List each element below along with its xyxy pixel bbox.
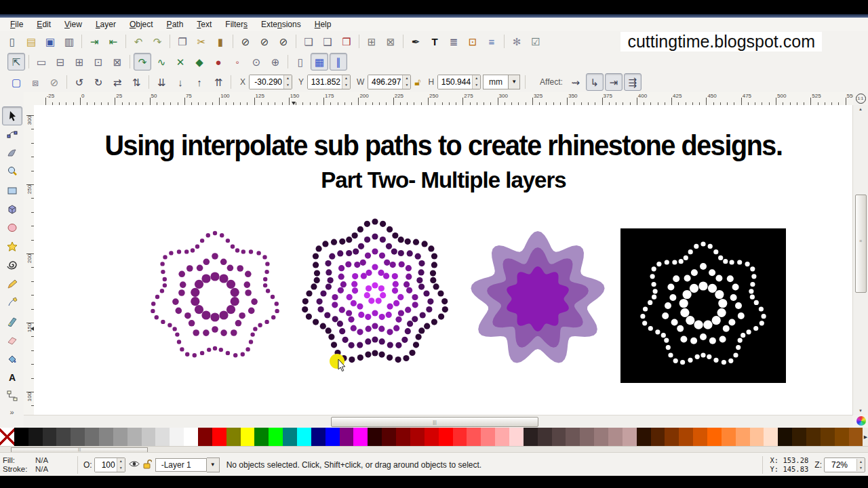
- rhinestone-dot[interactable]: [340, 281, 347, 287]
- rhinestone-dot[interactable]: [386, 243, 392, 249]
- rhinestone-dot[interactable]: [399, 261, 405, 267]
- palette-swatch[interactable]: [467, 428, 481, 446]
- rhinestone-dot[interactable]: [180, 347, 184, 351]
- rhinestone-dot[interactable]: [265, 262, 269, 266]
- rhinestone-dot[interactable]: [749, 289, 753, 293]
- rhinestone-dot[interactable]: [231, 288, 239, 297]
- rhinestone-dot[interactable]: [345, 261, 351, 267]
- rhinestone-dot[interactable]: [694, 321, 703, 329]
- raise-button[interactable]: ↑: [191, 73, 208, 91]
- rhinestone-dot[interactable]: [387, 226, 393, 232]
- rhinestone-dot[interactable]: [412, 302, 418, 308]
- palette-swatch[interactable]: [481, 428, 495, 446]
- palette-swatch[interactable]: [722, 428, 736, 446]
- rhinestone-dot[interactable]: [219, 274, 228, 283]
- rhinestone-dot[interactable]: [750, 295, 755, 300]
- palette-swatch[interactable]: [142, 428, 156, 446]
- rhinestone-dot[interactable]: [226, 239, 230, 243]
- layer-lock-icon[interactable]: [142, 459, 152, 471]
- palette-swatch[interactable]: [750, 428, 764, 446]
- palette-swatch[interactable]: [71, 428, 85, 446]
- rhinestone-dot[interactable]: [325, 260, 331, 266]
- rhinestone-dot[interactable]: [700, 263, 707, 270]
- rhinestone-dot[interactable]: [151, 302, 155, 306]
- rhinestone-dot[interactable]: [667, 284, 674, 291]
- rhinestone-dot[interactable]: [328, 277, 334, 283]
- rhinestone-dot[interactable]: [728, 319, 735, 326]
- palette-swatch[interactable]: [439, 428, 453, 446]
- rhinestone-dot[interactable]: [339, 239, 345, 245]
- rhinestone-dot[interactable]: [723, 325, 730, 332]
- palette-swatch[interactable]: [353, 428, 368, 446]
- rhinestone-dot[interactable]: [401, 337, 408, 343]
- rhinestone-dot[interactable]: [191, 297, 199, 306]
- rhinestone-dot[interactable]: [324, 312, 330, 318]
- rhinestone-dot[interactable]: [656, 262, 661, 266]
- select-all-button[interactable]: ▢: [7, 73, 25, 91]
- rhinestone-dot[interactable]: [263, 283, 267, 287]
- rhinestone-dot[interactable]: [665, 302, 671, 309]
- rhinestone-dot[interactable]: [662, 312, 669, 319]
- menu-file[interactable]: File: [4, 18, 29, 30]
- rhinestone-dot[interactable]: [235, 320, 242, 327]
- lower-button[interactable]: ↓: [172, 73, 189, 91]
- rhinestone-dot[interactable]: [212, 326, 218, 333]
- w-spinner[interactable]: ▲▼: [402, 75, 410, 89]
- rhinestone-dot[interactable]: [354, 262, 360, 268]
- move-gradients-toggle[interactable]: ⇥: [605, 73, 623, 91]
- zoom-tool[interactable]: [2, 163, 22, 182]
- rhinestone-dot[interactable]: [351, 325, 357, 331]
- rhinestone-dot[interactable]: [680, 336, 687, 343]
- rectangle-tool[interactable]: [2, 181, 22, 200]
- rhinestone-dot[interactable]: [231, 329, 237, 336]
- snap-bbox-edge-midpoints-toggle[interactable]: ⊡: [90, 53, 107, 70]
- rhinestone-dot[interactable]: [688, 358, 692, 363]
- palette-swatch[interactable]: [849, 428, 863, 446]
- palette-swatch[interactable]: [14, 428, 28, 446]
- export-button[interactable]: ⇤: [104, 33, 122, 50]
- rhinestone-dot[interactable]: [433, 283, 439, 289]
- rhinestone-dot[interactable]: [379, 352, 385, 358]
- rhinestone-dot[interactable]: [695, 354, 700, 359]
- rhinestone-dot[interactable]: [715, 290, 724, 299]
- undo-button[interactable]: ↶: [130, 33, 147, 50]
- rhinestone-dot[interactable]: [409, 350, 415, 356]
- rhinestone-dot[interactable]: [175, 332, 179, 336]
- rhinestone-dot[interactable]: [669, 294, 676, 301]
- palette-swatch[interactable]: [665, 428, 679, 446]
- rhinestone-dot[interactable]: [380, 221, 386, 227]
- snap-bbox-edges-toggle[interactable]: ⊟: [52, 53, 69, 70]
- palette-swatch[interactable]: [43, 428, 57, 446]
- rhinestone-dot[interactable]: [349, 342, 355, 348]
- tweak-tool[interactable]: [2, 144, 22, 163]
- rhinestone-dot[interactable]: [392, 232, 398, 239]
- rhinestone-dot[interactable]: [415, 253, 421, 260]
- rhinestone-dot[interactable]: [176, 308, 182, 314]
- vertical-scroll-thumb[interactable]: ≡: [855, 195, 867, 293]
- palette-swatch[interactable]: [241, 428, 255, 446]
- flip-vertical-button[interactable]: ⇅: [127, 73, 145, 91]
- rhinestone-dot[interactable]: [177, 340, 181, 344]
- palette-swatch[interactable]: [764, 428, 778, 446]
- rhinestone-dot[interactable]: [365, 338, 371, 344]
- new-document-button[interactable]: ▯: [3, 33, 21, 50]
- rhinestone-dot[interactable]: [320, 290, 326, 296]
- rhinestone-dot[interactable]: [372, 248, 378, 254]
- rhinestone-dot[interactable]: [184, 312, 191, 319]
- palette-swatch[interactable]: [410, 428, 425, 446]
- rhinestone-dot[interactable]: [642, 321, 647, 325]
- vertical-ruler[interactable]: 300250200150100: [24, 105, 35, 415]
- vertical-scrollbar[interactable]: ▲ ≡ ▼: [852, 105, 868, 415]
- y-input[interactable]: [308, 75, 342, 89]
- horizontal-scroll-thumb[interactable]: |||: [331, 417, 538, 427]
- rhinestone-dot[interactable]: [686, 316, 694, 325]
- rhinestone-dot[interactable]: [212, 253, 218, 260]
- import-button[interactable]: ⇥: [85, 33, 103, 50]
- rhinestone-dot[interactable]: [750, 282, 755, 287]
- rhinestone-dot[interactable]: [352, 287, 358, 293]
- rhinestone-dot[interactable]: [348, 317, 354, 323]
- rhinestone-dot[interactable]: [326, 269, 332, 275]
- align-dialog-button[interactable]: ≡: [483, 33, 500, 50]
- horizontal-scrollbar[interactable]: |||: [24, 415, 853, 428]
- rhinestone-dot[interactable]: [245, 289, 252, 296]
